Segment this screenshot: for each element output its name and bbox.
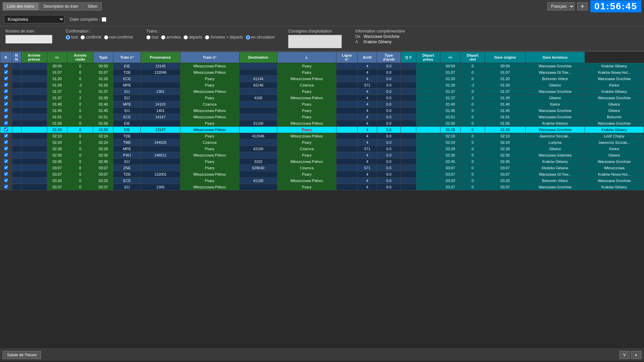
col-ligne: Lignen° <box>336 52 358 63</box>
col-gare-orig: Gare origine <box>485 52 526 63</box>
controls-area: Numéro de train : Confirmation : tout co… <box>0 26 644 52</box>
confirmation-label: Confirmation : <box>66 29 133 34</box>
tab-description-train[interactable]: Description du train <box>39 2 83 10</box>
filter-bar: Knapówka Date complète : <box>0 13 644 26</box>
consignes-box[interactable] <box>288 35 342 48</box>
conf-tout[interactable]: tout <box>66 35 78 40</box>
table-row[interactable]: 01:45001:45EIJ1401Włoszczowa PółnocPsary… <box>0 108 644 114</box>
col-type: Type <box>93 52 113 63</box>
top-nav: Liste des trains Description du train Si… <box>0 0 644 13</box>
col-train-in: Train n° <box>113 52 141 63</box>
col-dep-delta: +/- <box>440 52 461 63</box>
trains-label: Trains : <box>146 29 275 34</box>
col-destination: Destination <box>239 52 277 63</box>
table-row[interactable]: 03:07003:07TDE132001Włoszczowa PółnocPsa… <box>0 171 644 178</box>
col-gare-term: Gare terminus <box>526 52 585 63</box>
table-row[interactable]: 01:51001:51ECE14147Włoszczowa PółnocPsar… <box>0 114 644 120</box>
col-k: K <box>0 52 12 63</box>
confirmation-radio-group: tout confirmé non-confirmé <box>66 35 133 40</box>
table-row[interactable]: 01:20001:20ECEPsary41144Włoszczowa Półno… <box>0 76 644 82</box>
col-train-out: Train n° <box>180 52 239 63</box>
table-row[interactable]: 01:56001:56EIEPsary31100Włoszczowa Półno… <box>0 120 644 127</box>
col-nn: NN <box>12 52 21 63</box>
table-row[interactable]: 01:28-201:26MPEPsary42146Czarnca5710.001… <box>0 82 644 88</box>
arrow-down-button[interactable]: V <box>620 351 630 359</box>
col-dep-prev: Départprévu <box>416 52 440 63</box>
train-tout[interactable]: tout <box>146 35 158 40</box>
table-row[interactable]: 01:37001:37EIJ1301Włoszczowa PółnocPsary… <box>0 88 644 95</box>
table-row[interactable]: 03:37003:37EIJ1305Włoszczowa PółnocPsary… <box>0 184 644 190</box>
conf-confirme[interactable]: confirmé <box>80 35 101 40</box>
date-complete-checkbox[interactable] <box>102 17 106 22</box>
trains-table: K NN Arrivéeprévue +/- Arrivéeréelle Typ… <box>0 52 644 190</box>
info-comp-title: Information complémentaire <box>355 29 405 34</box>
table-row[interactable]: 02:30002:30PWJ146011Włoszczowa PółnocPsa… <box>0 152 644 159</box>
col-type-arret: Typed'arrêt <box>377 52 401 63</box>
table-row[interactable]: 03:20003:20ECEPsary41100Włoszczowa Półno… <box>0 178 644 184</box>
bottom-bar: Saisie de l'heure V ∧ <box>0 349 644 361</box>
train-circulation[interactable]: en circulation <box>246 35 275 40</box>
clock-display: 01:56:45 <box>590 0 641 12</box>
conf-non-confirme[interactable]: non-confirmé <box>104 35 133 40</box>
col-arret: Arrêt <box>358 52 377 63</box>
col-arr-delta: +/- <box>47 52 67 63</box>
station-select[interactable]: Knapówka <box>4 15 64 23</box>
train-number-label: Numéro de train : <box>5 29 52 34</box>
table-row[interactable]: 02:24002:24TME244025CzarncaPsary40.002:2… <box>0 139 644 146</box>
table-row[interactable]: 01:59001:59EIE13147Włoszczowa PółnocPsar… <box>0 127 644 133</box>
table-row[interactable]: 01:37201:39EIJPsary4100Włoszczowa Północ… <box>0 95 644 101</box>
tab-sillon[interactable]: Sillon <box>83 2 102 10</box>
saisie-heure-button[interactable]: Saisie de l'heure <box>3 351 41 359</box>
date-complete-label: Date complète : <box>70 17 106 22</box>
col-qv: Q V <box>400 52 416 63</box>
train-departs[interactable]: départs <box>183 35 202 40</box>
info-de-row: De Warszawa Grochów <box>355 34 405 39</box>
consignes-label: Consignes d'exploitation <box>288 29 342 34</box>
table-row[interactable]: 02:28002:28MPEPsary42100Czarnca5710.002:… <box>0 146 644 152</box>
tab-liste-trains[interactable]: Liste des trains <box>3 2 39 10</box>
info-a-row: A Kraków Główny <box>355 40 405 44</box>
table-row[interactable]: 00:59000:59EIE13145Włoszczowa PółnocPsar… <box>0 63 644 69</box>
col-arr-reel: Arrivéeréelle <box>67 52 93 63</box>
table-row[interactable]: 01:07001:07TDE132045Włoszczowa PółnocPsa… <box>0 69 644 76</box>
table-row[interactable]: 02:10002:10TDEPsary412046Włoszczowa Półn… <box>0 133 644 139</box>
language-select[interactable]: Français <box>547 2 575 10</box>
arrow-up-button[interactable]: ∧ <box>631 351 641 359</box>
brightness-button[interactable]: ☀ <box>577 2 588 10</box>
train-arrivees[interactable]: arrivées <box>161 35 181 40</box>
trains-radio-group: tout arrivées départs Arrivées + départs… <box>146 35 275 40</box>
table-container: K NN Arrivéeprévue +/- Arrivéeréelle Typ… <box>0 52 644 349</box>
train-arr-dep[interactable]: Arrivées + départs <box>205 35 243 40</box>
col-dep-reel: Départréel <box>461 52 485 63</box>
train-number-input[interactable] <box>5 35 52 44</box>
table-row[interactable]: 03:07003:07ZNEPsary629040Czarnca5710.003… <box>0 165 644 171</box>
col-arr-prev: Arrivéeprévue <box>21 52 47 63</box>
table-row[interactable]: 01:40001:40MPE24103CzarncaPsary40.001:40… <box>0 101 644 108</box>
col-l: L <box>277 52 336 63</box>
col-provenance: Provenance <box>141 52 180 63</box>
table-row[interactable]: 02:45002:45EIJPsary3102Włoszczowa Północ… <box>0 159 644 165</box>
